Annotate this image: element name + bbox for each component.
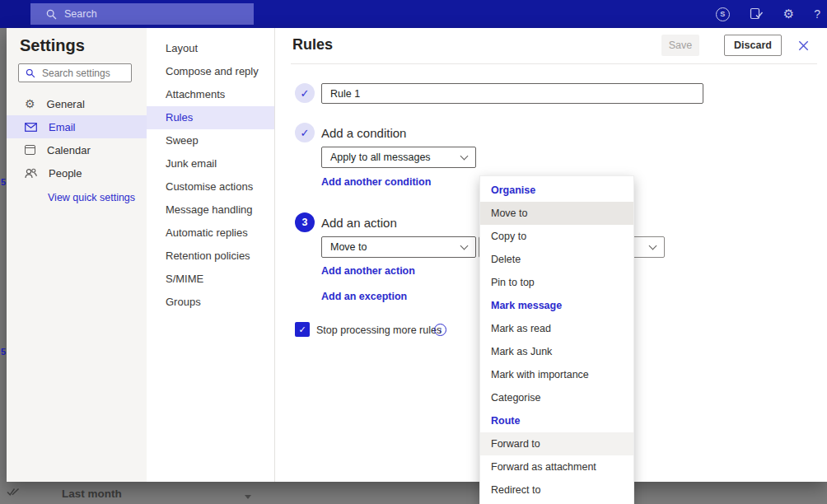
action-select[interactable]: Move to — [321, 236, 476, 258]
app-launcher-area[interactable] — [0, 0, 30, 28]
settings-panel-title: Settings — [20, 36, 85, 55]
step2-complete-indicator: ✓ — [295, 123, 315, 142]
sidebar-item-label: Calendar — [47, 144, 91, 156]
section-item-junk-email[interactable]: Junk email — [147, 152, 274, 175]
section-item-compose-and-reply[interactable]: Compose and reply — [147, 60, 274, 83]
page-title: Rules — [292, 36, 333, 54]
check-icon: ✓ — [301, 87, 310, 100]
sidebar-item-email[interactable]: Email — [7, 115, 147, 138]
condition-select-value: Apply to all messages — [330, 152, 431, 163]
help-icon[interactable]: ? — [814, 7, 820, 21]
search-icon — [26, 68, 35, 78]
menu-item-mark-as-junk[interactable]: Mark as Junk — [480, 340, 633, 363]
discard-button[interactable]: Discard — [724, 35, 782, 56]
settings-gear-icon[interactable]: ⚙ — [783, 8, 794, 21]
search-icon — [46, 9, 57, 20]
global-search-placeholder: Search — [64, 8, 97, 20]
calendar-icon — [25, 145, 35, 155]
envelope-icon — [25, 123, 37, 132]
double-check-icon — [7, 486, 20, 497]
menu-group-header-route: Route — [480, 409, 633, 432]
menu-item-mark-with-importance[interactable]: Mark with importance — [480, 363, 633, 386]
info-icon[interactable]: i — [434, 324, 446, 336]
chevron-down-icon — [460, 152, 469, 161]
menu-item-move-to[interactable]: Move to — [480, 202, 633, 225]
add-another-action-link[interactable]: Add another action — [321, 265, 415, 277]
tasks-check-icon[interactable] — [750, 7, 764, 21]
step1-complete-indicator: ✓ — [295, 83, 315, 103]
section-item-layout[interactable]: Layout — [147, 37, 274, 60]
step3-number-indicator: 3 — [295, 212, 315, 232]
settings-search-input[interactable] — [40, 67, 126, 80]
section-item-automatic-replies[interactable]: Automatic replies — [147, 222, 274, 245]
action-options-menu: Organise Move to Copy to Delete Pin to t… — [479, 175, 634, 504]
menu-item-mark-as-read[interactable]: Mark as read — [480, 317, 633, 340]
sidebar-item-calendar[interactable]: Calendar — [7, 138, 147, 161]
chevron-down-icon — [460, 242, 469, 250]
stop-processing-checkbox[interactable]: ✓ — [295, 322, 310, 337]
header-divider — [291, 63, 817, 64]
sidebar-item-people[interactable]: People — [7, 161, 147, 184]
message-list-group-header: Last month — [62, 488, 122, 500]
sidebar-item-general[interactable]: ⚙ General — [7, 92, 147, 115]
close-icon — [798, 40, 809, 51]
view-quick-settings-link[interactable]: View quick settings — [48, 192, 135, 203]
folder-unread-badge: 5 — [1, 347, 7, 357]
section-item-attachments[interactable]: Attachments — [147, 83, 274, 106]
menu-group-header-mark-message: Mark message — [480, 294, 633, 317]
add-an-exception-link[interactable]: Add an exception — [321, 291, 407, 302]
check-icon: ✓ — [301, 127, 310, 139]
rule-name-input[interactable] — [321, 83, 703, 104]
condition-select[interactable]: Apply to all messages — [321, 147, 476, 168]
chevron-down-icon — [649, 242, 657, 250]
menu-item-delete[interactable]: Delete — [480, 248, 633, 271]
menu-item-forward-to[interactable]: Forward to — [480, 432, 633, 455]
sidebar-item-label: Email — [49, 121, 76, 133]
menu-item-categorise[interactable]: Categorise — [480, 386, 633, 409]
sidebar-item-label: General — [47, 98, 85, 110]
menu-item-redirect-to[interactable]: Redirect to — [480, 478, 633, 502]
stop-processing-label: Stop processing more rules — [316, 324, 442, 336]
settings-search-box[interactable] — [18, 63, 132, 82]
topbar-icon-group: S ⚙ ? — [716, 0, 820, 28]
gear-icon: ⚙ — [25, 98, 35, 110]
action-select-value: Move to — [330, 241, 367, 253]
add-another-condition-link[interactable]: Add another condition — [321, 176, 431, 188]
condition-step-label: Add a condition — [321, 126, 406, 140]
folder-unread-badge: 5 — [1, 177, 7, 187]
settings-sidebar: Settings ⚙ General Email Calendar — [7, 28, 147, 482]
check-icon: ✓ — [298, 324, 306, 335]
action-step-label: Add an action — [321, 216, 397, 230]
section-item-rules[interactable]: Rules — [147, 106, 274, 129]
top-app-bar: Search S ⚙ ? — [0, 0, 827, 28]
section-item-message-handling[interactable]: Message handling — [147, 198, 274, 222]
menu-group-header-organise: Organise — [480, 179, 633, 202]
section-item-smime[interactable]: S/MIME — [147, 268, 274, 291]
menu-item-forward-as-attachment[interactable]: Forward as attachment — [480, 455, 633, 478]
save-button[interactable]: Save — [661, 35, 699, 56]
group-collapse-caret-icon — [245, 495, 251, 499]
global-search-input[interactable]: Search — [30, 3, 254, 25]
skype-icon[interactable]: S — [716, 7, 730, 21]
section-item-groups[interactable]: Groups — [147, 291, 274, 314]
section-item-sweep[interactable]: Sweep — [147, 129, 274, 152]
menu-item-copy-to[interactable]: Copy to — [480, 225, 633, 248]
settings-panel: Settings ⚙ General Email Calendar — [7, 28, 827, 482]
settings-section-list: Layout Compose and reply Attachments Rul… — [147, 28, 275, 482]
people-icon — [25, 168, 37, 179]
close-settings-button[interactable] — [796, 38, 811, 53]
section-item-customise-actions[interactable]: Customise actions — [147, 175, 274, 198]
menu-item-pin-to-top[interactable]: Pin to top — [480, 271, 633, 294]
section-item-retention-policies[interactable]: Retention policies — [147, 245, 274, 268]
sidebar-item-label: People — [49, 167, 82, 180]
